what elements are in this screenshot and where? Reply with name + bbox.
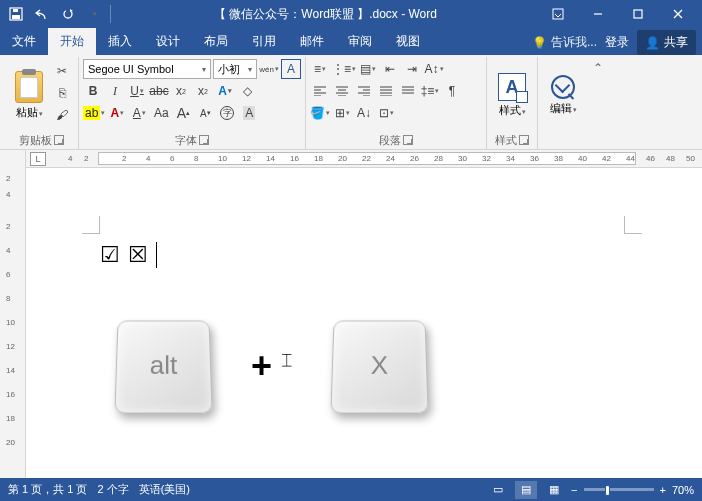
distribute-icon[interactable] — [398, 81, 418, 101]
tab-view[interactable]: 视图 — [384, 28, 432, 55]
highlight-icon[interactable]: ab — [83, 103, 105, 123]
char-shading-icon[interactable]: A — [129, 103, 149, 123]
zoom-in-button[interactable]: + — [660, 484, 666, 496]
ribbon-options-icon[interactable] — [538, 0, 578, 28]
superscript-button[interactable]: x2 — [193, 81, 213, 101]
collapse-ribbon-icon[interactable]: ⌃ — [588, 57, 608, 149]
qat-customize-icon[interactable] — [82, 2, 106, 26]
x-key-image: X — [330, 321, 428, 414]
read-mode-icon[interactable]: ▭ — [487, 481, 509, 499]
web-layout-icon[interactable]: ▦ — [543, 481, 565, 499]
undo-icon[interactable] — [30, 2, 54, 26]
tab-references[interactable]: 引用 — [240, 28, 288, 55]
login-link[interactable]: 登录 — [605, 34, 629, 51]
font-name-combo[interactable]: Segoe UI Symbol▾ — [83, 59, 211, 79]
crop-mark-icon — [82, 216, 100, 234]
group-paragraph: ≡ ⋮≡ ▤ ⇤ ⇥ A↕ ‡≡ ¶ 🪣 ⊞ A↓ ⊡ — [306, 57, 487, 149]
grow-font-icon[interactable]: A▴ — [173, 103, 193, 123]
maximize-icon[interactable] — [618, 0, 658, 28]
clear-format-icon[interactable]: ◇ — [237, 81, 257, 101]
vertical-ruler[interactable]: 2 4 2 4 6 8 10 12 14 16 18 20 — [0, 150, 26, 478]
status-bar: 第 1 页，共 1 页 2 个字 英语(美国) ▭ ▤ ▦ − + 70% — [0, 478, 702, 501]
text-cursor — [156, 242, 157, 268]
tab-home[interactable]: 开始 — [48, 28, 96, 55]
show-marks-icon[interactable]: ¶ — [442, 81, 462, 101]
share-button[interactable]: 👤共享 — [637, 30, 696, 55]
save-icon[interactable] — [4, 2, 28, 26]
group-font: Segoe UI Symbol▾ 小初▾ wén A B I U abc x2 … — [79, 57, 306, 149]
zoom-out-button[interactable]: − — [571, 484, 577, 496]
editing-button[interactable]: 编辑 — [542, 59, 584, 132]
cut-icon[interactable]: ✂ — [52, 61, 72, 81]
char-border-icon[interactable]: A — [281, 59, 301, 79]
shading-icon[interactable]: 🪣 — [310, 103, 330, 123]
bold-button[interactable]: B — [83, 81, 103, 101]
italic-button[interactable]: I — [105, 81, 125, 101]
char-scaling-icon[interactable]: A — [239, 103, 259, 123]
underline-button[interactable]: U — [127, 81, 147, 101]
word-count[interactable]: 2 个字 — [97, 482, 128, 497]
tab-selector[interactable]: L — [30, 152, 46, 166]
key-illustration: alt + ⌶ X — [116, 318, 427, 413]
close-icon[interactable] — [658, 0, 698, 28]
minimize-icon[interactable] — [578, 0, 618, 28]
justify-icon[interactable] — [376, 81, 396, 101]
change-case-icon[interactable]: Aa — [151, 103, 171, 123]
phonetic-guide-icon[interactable]: wén — [259, 59, 279, 79]
clipboard-launcher-icon[interactable] — [54, 135, 64, 145]
zoom-level[interactable]: 70% — [672, 484, 694, 496]
print-layout-icon[interactable]: ▤ — [515, 481, 537, 499]
borders-icon[interactable]: ⊞ — [332, 103, 352, 123]
page-indicator[interactable]: 第 1 页，共 1 页 — [8, 482, 87, 497]
enclose-char-icon[interactable]: 字 — [217, 103, 237, 123]
decrease-indent-icon[interactable]: ⇤ — [380, 59, 400, 79]
tab-layout[interactable]: 布局 — [192, 28, 240, 55]
window-title: 【 微信公众号：Word联盟 】.docx - Word — [113, 6, 538, 23]
format-painter-icon[interactable]: 🖌 — [52, 105, 72, 125]
tab-review[interactable]: 审阅 — [336, 28, 384, 55]
increase-indent-icon[interactable]: ⇥ — [402, 59, 422, 79]
quick-access-toolbar — [4, 2, 113, 26]
paragraph-launcher-icon[interactable] — [403, 135, 413, 145]
styles-button[interactable]: A 样式 — [491, 59, 533, 132]
workspace: 2 4 2 4 6 8 10 12 14 16 18 20 L 4 2 2 4 … — [0, 150, 702, 478]
tab-mail[interactable]: 邮件 — [288, 28, 336, 55]
multilevel-icon[interactable]: ▤ — [358, 59, 378, 79]
align-left-icon[interactable] — [310, 81, 330, 101]
tab-insert[interactable]: 插入 — [96, 28, 144, 55]
shrink-font-icon[interactable]: A▾ — [195, 103, 215, 123]
font-color-icon[interactable]: A — [107, 103, 127, 123]
copy-icon[interactable]: ⎘ — [52, 83, 72, 103]
alt-key-image: alt — [114, 321, 212, 414]
styles-launcher-icon[interactable] — [519, 135, 529, 145]
checkbox-x-symbol: ☒ — [128, 242, 148, 268]
paste-button[interactable]: 粘贴 — [8, 59, 50, 132]
document-content: ☑ ☒ — [100, 242, 157, 268]
tell-me[interactable]: 💡告诉我... — [532, 34, 597, 51]
group-editing: 编辑 — [538, 57, 588, 149]
tab-design[interactable]: 设计 — [144, 28, 192, 55]
horizontal-ruler[interactable]: L 4 2 2 4 6 8 10 12 14 16 18 20 22 24 26… — [26, 150, 702, 168]
tab-file[interactable]: 文件 — [0, 28, 48, 55]
subscript-button[interactable]: x2 — [171, 81, 191, 101]
sort-icon[interactable]: A↓ — [354, 103, 374, 123]
align-center-icon[interactable] — [332, 81, 352, 101]
snaptogrid-icon[interactable]: ⊡ — [376, 103, 396, 123]
line-spacing-icon[interactable]: ‡≡ — [420, 81, 440, 101]
strike-button[interactable]: abc — [149, 81, 169, 101]
bullets-icon[interactable]: ≡ — [310, 59, 330, 79]
text-effects-icon[interactable]: A — [215, 81, 235, 101]
font-size-combo[interactable]: 小初▾ — [213, 59, 257, 79]
font-launcher-icon[interactable] — [199, 135, 209, 145]
zoom-slider[interactable] — [584, 488, 654, 491]
styles-label: 样式 — [495, 133, 517, 148]
ribbon: 粘贴 ✂ ⎘ 🖌 剪贴板 Segoe UI Symbol▾ 小初▾ wén A … — [0, 55, 702, 150]
document-page[interactable]: ☑ ☒ alt + ⌶ X — [26, 168, 702, 478]
group-styles: A 样式 样式 — [487, 57, 538, 149]
language-indicator[interactable]: 英语(美国) — [139, 482, 190, 497]
asian-layout-icon[interactable]: A↕ — [424, 59, 444, 79]
svg-rect-1 — [12, 15, 20, 19]
align-right-icon[interactable] — [354, 81, 374, 101]
numbering-icon[interactable]: ⋮≡ — [332, 59, 356, 79]
redo-icon[interactable] — [56, 2, 80, 26]
